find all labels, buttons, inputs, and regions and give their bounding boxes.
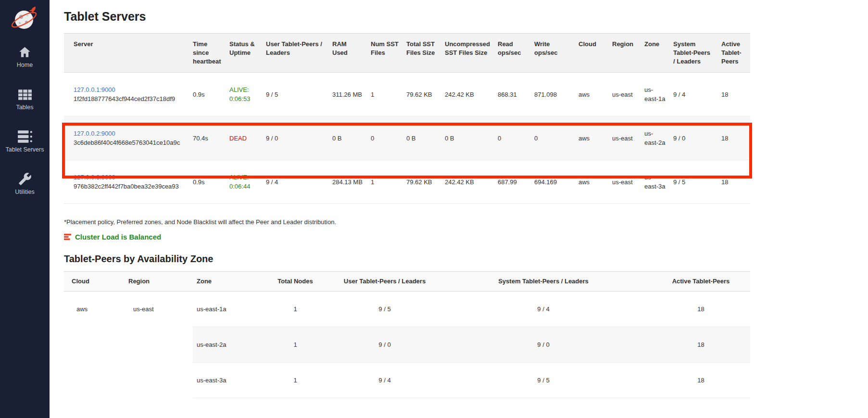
col-cloud: Cloud <box>575 34 608 73</box>
user-peers-value: 9 / 4 <box>262 160 328 204</box>
home-icon <box>18 44 31 59</box>
col-read-ops: Read ops/sec <box>494 34 530 73</box>
az-active-peers-value: 18 <box>652 327 750 363</box>
az-total-nodes-value: 1 <box>256 291 334 327</box>
az-row-1a: aws us-east us-east-1a 1 9 / 5 9 / 4 18 <box>64 291 750 327</box>
heartbeat-value: 0.9s <box>189 73 226 116</box>
server-uuid: 976b382c2ff442f7ba0bea32e39cea93 <box>74 182 185 191</box>
az-system-peers-value: 9 / 0 <box>435 327 652 363</box>
status-cell: DEAD <box>226 116 262 160</box>
server-link[interactable]: 127.0.0.3:9000 <box>74 174 115 181</box>
az-total-nodes-value: 1 <box>256 327 334 363</box>
servers-table-wrap: Server Time since heartbeat Status & Upt… <box>64 33 750 204</box>
user-peers-value: 9 / 5 <box>262 73 328 116</box>
az-total-nodes-value: 1 <box>256 363 334 398</box>
sidebar-item-home[interactable]: Home <box>0 44 50 68</box>
cloud-value: aws <box>575 160 608 204</box>
server-uuid: 3c6deb86f40c4f668e5763041ce10a9c <box>74 138 185 147</box>
write-ops-value: 694.169 <box>530 160 575 204</box>
total-sst-value: 79.62 KB <box>403 73 441 116</box>
sidebar-item-label: Home <box>17 62 33 68</box>
placement-footnote: *Placement policy, Preferred zones, and … <box>64 218 765 226</box>
status-value: DEAD <box>229 134 258 143</box>
ram-value: 0 B <box>328 116 367 160</box>
az-col-active-peers: Active Tablet-Peers <box>652 272 750 291</box>
sidebar-item-tables[interactable]: Tables <box>0 87 50 111</box>
yugabyte-planet-rocket-logo-icon[interactable] <box>10 5 40 32</box>
main-content: Tablet Servers Server Time since heartbe… <box>50 0 765 398</box>
cluster-load-label: Cluster Load is Balanced <box>75 233 161 241</box>
heartbeat-value: 0.9s <box>189 160 226 204</box>
servers-table-header-row: Server Time since heartbeat Status & Upt… <box>64 34 750 73</box>
zone-value: us-east-1a <box>641 73 669 116</box>
sidebar-item-label: Utilities <box>15 189 34 195</box>
server-link[interactable]: 127.0.0.2:9000 <box>74 130 115 137</box>
ram-value: 311.26 MB <box>328 73 367 116</box>
col-total-sst: Total SST Files Size <box>403 34 441 73</box>
zone-value: us-east-3a <box>641 160 669 204</box>
az-col-cloud: Cloud <box>64 272 125 291</box>
cluster-load-status: Cluster Load is Balanced <box>64 233 765 241</box>
az-col-region: Region <box>125 272 193 291</box>
region-value: us-east <box>608 160 641 204</box>
region-value: us-east <box>608 73 641 116</box>
az-zone-value: us-east-1a <box>193 291 256 327</box>
az-section-title: Tablet-Peers by Availability Zone <box>64 253 765 265</box>
col-user-peers: User Tablet-Peers / Leaders <box>262 34 328 73</box>
uncompressed-sst-value: 0 B <box>441 116 494 160</box>
uptime-value: 0:06:53 <box>229 94 258 103</box>
az-system-peers-value: 9 / 5 <box>435 363 652 398</box>
read-ops-value: 687.99 <box>494 160 530 204</box>
write-ops-value: 871.098 <box>530 73 575 116</box>
az-system-peers-value: 9 / 4 <box>435 291 652 327</box>
cloud-value: aws <box>575 116 608 160</box>
utilities-wrench-icon <box>18 171 32 186</box>
active-peers-value: 18 <box>717 160 750 204</box>
az-cloud-value: aws <box>64 291 125 398</box>
zone-value: us-east-2a <box>641 116 669 160</box>
col-region: Region <box>608 34 641 73</box>
az-region-value: us-east <box>125 291 193 398</box>
az-col-total-nodes: Total Nodes <box>256 272 334 291</box>
sidebar-item-utilities[interactable]: Utilities <box>0 171 50 195</box>
total-sst-value: 0 B <box>403 116 441 160</box>
read-ops-value: 0 <box>494 116 530 160</box>
az-col-user-peers: User Tablet-Peers / Leaders <box>334 272 435 291</box>
servers-table: Server Time since heartbeat Status & Upt… <box>64 33 750 204</box>
az-zone-value: us-east-3a <box>193 363 256 398</box>
uncompressed-sst-value: 242.42 KB <box>441 73 494 116</box>
active-peers-value: 18 <box>717 116 750 160</box>
az-user-peers-value: 9 / 5 <box>334 291 435 327</box>
sidebar-item-tablet-servers[interactable]: Tablet Servers <box>0 129 50 153</box>
num-sst-value: 1 <box>367 160 403 204</box>
sidebar: Home Tables Tablet Servers <box>0 0 50 418</box>
region-value: us-east <box>608 116 641 160</box>
num-sst-value: 1 <box>367 73 403 116</box>
tablet-servers-icon <box>17 129 33 143</box>
ram-value: 284.13 MB <box>328 160 367 204</box>
col-server: Server <box>64 34 189 73</box>
total-sst-value: 79.62 KB <box>403 160 441 204</box>
status-cell: ALIVE: 0:06:53 <box>226 73 262 116</box>
col-heartbeat: Time since heartbeat <box>189 34 226 73</box>
server-link[interactable]: 127.0.0.1:9000 <box>74 86 115 93</box>
active-peers-value: 18 <box>717 73 750 116</box>
col-write-ops: Write ops/sec <box>530 34 575 73</box>
uncompressed-sst-value: 242.42 KB <box>441 160 494 204</box>
system-peers-value: 9 / 4 <box>669 73 717 116</box>
col-active-peers: Active Tablet-Peers <box>717 34 750 73</box>
status-value: ALIVE: <box>229 85 258 94</box>
az-table: Cloud Region Zone Total Nodes User Table… <box>64 271 750 398</box>
cloud-value: aws <box>575 73 608 116</box>
col-ram: RAM Used <box>328 34 367 73</box>
col-zone: Zone <box>641 34 669 73</box>
az-zone-value: us-east-2a <box>193 327 256 363</box>
num-sst-value: 0 <box>367 116 403 160</box>
status-cell: ALIVE: 0:06:44 <box>226 160 262 204</box>
az-user-peers-value: 9 / 0 <box>334 327 435 363</box>
system-peers-value: 9 / 5 <box>669 160 717 204</box>
az-table-header-row: Cloud Region Zone Total Nodes User Table… <box>64 272 750 291</box>
system-peers-value: 9 / 0 <box>669 116 717 160</box>
az-col-zone: Zone <box>193 272 256 291</box>
read-ops-value: 868.31 <box>494 73 530 116</box>
